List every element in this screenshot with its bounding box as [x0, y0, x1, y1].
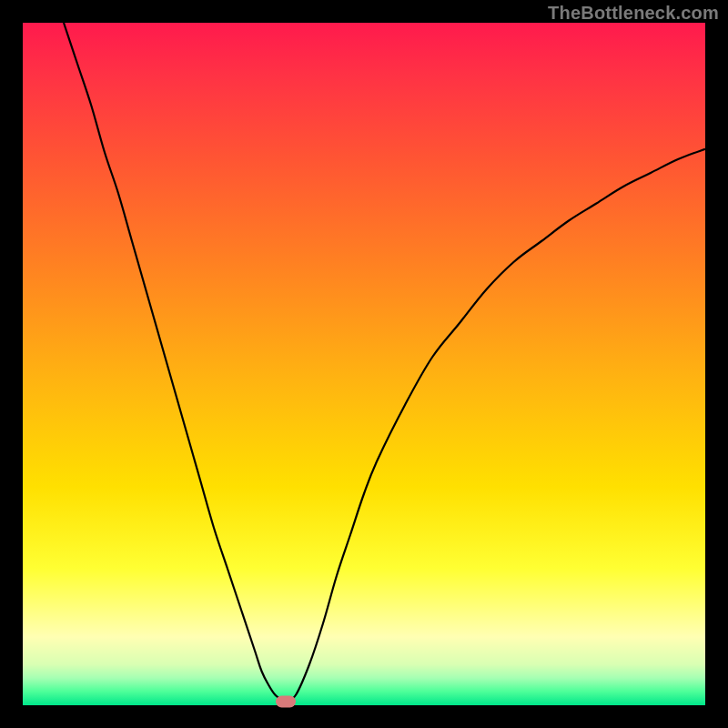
optimum-marker: [276, 695, 296, 707]
plot-gradient-background: [23, 23, 705, 705]
watermark-text: TheBottleneck.com: [548, 3, 719, 24]
outer-frame: TheBottleneck.com: [0, 0, 728, 728]
